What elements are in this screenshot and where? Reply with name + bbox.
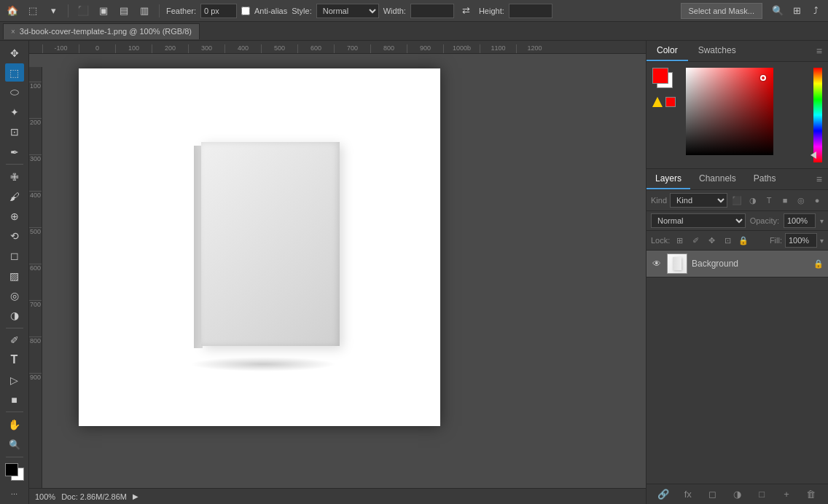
- share-btn[interactable]: ⤴: [808, 3, 824, 19]
- color-tab[interactable]: Color: [647, 41, 688, 61]
- smart-filter-btn[interactable]: ◎: [794, 194, 808, 207]
- history-tool-btn[interactable]: ⟲: [5, 227, 24, 245]
- canvas-area: -100 0 100 200 300 400 500 600 700 800 9…: [29, 41, 646, 504]
- feather-input[interactable]: [200, 4, 237, 18]
- add-selection-btn[interactable]: ▣: [95, 3, 112, 19]
- layer-lock-icon: 🔒: [813, 259, 824, 269]
- heal-tool-btn[interactable]: ✙: [5, 168, 24, 186]
- swatches-tab[interactable]: Swatches: [688, 41, 746, 61]
- canvas-content[interactable]: [42, 54, 646, 488]
- stamp-tool-btn[interactable]: ⊕: [5, 207, 24, 225]
- sub-selection-btn[interactable]: ▤: [116, 3, 132, 19]
- search-btn[interactable]: 🔍: [770, 3, 786, 19]
- style-select[interactable]: Normal Fixed Ratio Fixed Size: [316, 4, 379, 18]
- ruler-mark: 500: [261, 44, 297, 53]
- move-tool-btn[interactable]: ✥: [5, 44, 24, 62]
- height-input[interactable]: [509, 4, 552, 18]
- lock-all-btn[interactable]: 🔒: [737, 234, 750, 247]
- shape-filter-btn[interactable]: ■: [778, 194, 792, 207]
- layer-link-btn[interactable]: 🔗: [656, 487, 671, 502]
- gamut-warning-icon[interactable]: [652, 97, 663, 107]
- layers-bottom-bar: 🔗 fx ◻ ◑ □ + 🗑: [647, 484, 828, 504]
- blur-tool-btn[interactable]: ◎: [5, 286, 24, 304]
- dodge-tool-btn[interactable]: ◑: [5, 306, 24, 324]
- status-arrow[interactable]: ▶: [133, 492, 138, 500]
- color-gradient-box[interactable]: [686, 68, 773, 155]
- feather-label: Feather:: [166, 7, 196, 15]
- anti-alias-label: Anti-alias: [254, 7, 287, 15]
- fg-color-swatch[interactable]: [652, 68, 668, 84]
- tool-options-arrow[interactable]: ▾: [45, 3, 61, 19]
- anti-alias-checkbox[interactable]: [241, 7, 250, 15]
- new-layer-btn[interactable]: +: [779, 487, 794, 502]
- web-safe-swatch[interactable]: [665, 97, 676, 107]
- tab-close-btn[interactable]: ×: [11, 28, 15, 36]
- blend-mode-select[interactable]: Normal Multiply Screen: [651, 213, 746, 228]
- document-tab[interactable]: × 3d-book-cover-template-1.png @ 100% (R…: [3, 23, 200, 39]
- fill-arrow[interactable]: ▾: [820, 237, 824, 245]
- pixel-filter-btn[interactable]: ⬛: [730, 194, 743, 207]
- ruler-mark: 1100: [480, 44, 516, 53]
- book-container: [79, 68, 440, 426]
- layer-item-background[interactable]: 👁 Background 🔒: [647, 251, 828, 277]
- opacity-input[interactable]: [784, 213, 816, 228]
- eyedropper-tool-btn[interactable]: ✒: [5, 143, 24, 161]
- home-btn[interactable]: 🏠: [4, 3, 20, 19]
- lock-artboard-btn[interactable]: ⊡: [721, 234, 734, 247]
- layers-tab[interactable]: Layers: [647, 169, 690, 189]
- adjustment-filter-btn[interactable]: ◑: [746, 194, 759, 207]
- width-input[interactable]: [410, 4, 454, 18]
- zoom-tool-btn[interactable]: 🔍: [5, 435, 24, 453]
- hand-tool-btn[interactable]: ✋: [5, 415, 24, 433]
- new-selection-btn[interactable]: ⬛: [75, 3, 91, 19]
- swap-dimensions-btn[interactable]: ⇄: [458, 3, 474, 19]
- filter-toggle-btn[interactable]: ●: [811, 194, 824, 207]
- intersect-selection-btn[interactable]: ▥: [136, 3, 152, 19]
- main-area: ✥ ⬚ ⬭ ✦ ⊡ ✒ ✙ 🖌 ⊕ ⟲ ◻ ▨ ◎ ◑ ✐ T ▷ ■ ✋ 🔍 …: [0, 41, 828, 504]
- kind-select[interactable]: Kind: [670, 193, 727, 208]
- pen-tool-btn[interactable]: ✐: [5, 331, 24, 350]
- shape-tool-btn[interactable]: ■: [5, 390, 24, 409]
- layers-panel-menu[interactable]: ≡: [811, 170, 828, 188]
- layer-visibility-toggle[interactable]: 👁: [651, 258, 663, 269]
- fill-input[interactable]: [785, 233, 817, 248]
- layer-mask-btn[interactable]: ◻: [706, 487, 720, 502]
- right-panel: Color Swatches ≡: [646, 41, 828, 504]
- tool-options-btn[interactable]: ⬚: [25, 3, 41, 19]
- foreground-color-swatch[interactable]: [5, 463, 18, 476]
- layers-filter-row: Kind Kind ⬛ ◑ T ■ ◎ ●: [647, 190, 828, 211]
- layer-thumbnail: [667, 253, 687, 274]
- select-mask-button[interactable]: Select and Mask...: [681, 3, 763, 19]
- gradient-tool-btn[interactable]: ▨: [5, 267, 24, 285]
- color-picker-handle[interactable]: [760, 75, 766, 81]
- more-tools-btn[interactable]: …: [5, 483, 24, 501]
- tool-sep4: [6, 457, 23, 457]
- marquee-tool-btn[interactable]: ⬚: [5, 63, 24, 82]
- channels-tab[interactable]: Channels: [690, 169, 745, 189]
- lasso-tool-btn[interactable]: ⬭: [5, 83, 24, 101]
- layer-group-btn[interactable]: □: [754, 487, 769, 502]
- lock-paint-btn[interactable]: ✐: [689, 234, 702, 247]
- sep1: [68, 4, 69, 17]
- type-filter-btn[interactable]: T: [762, 194, 776, 207]
- paths-tab[interactable]: Paths: [745, 169, 785, 189]
- arrange-btn[interactable]: ⊞: [789, 3, 805, 19]
- magic-wand-tool-btn[interactable]: ✦: [5, 103, 24, 122]
- warning-row: [652, 97, 680, 107]
- lock-position-btn[interactable]: ✥: [705, 234, 718, 247]
- path-tool-btn[interactable]: ▷: [5, 371, 24, 389]
- crop-tool-btn[interactable]: ⊡: [5, 123, 24, 141]
- delete-layer-btn[interactable]: 🗑: [804, 487, 819, 502]
- ruler-marks-h: -100 0 100 200 300 400 500 600 700 800 9…: [42, 41, 552, 53]
- color-panel-menu[interactable]: ≡: [811, 42, 828, 60]
- layer-fx-btn[interactable]: fx: [681, 487, 695, 502]
- doc-info: Doc: 2.86M/2.86M: [61, 492, 127, 501]
- lock-pixels-btn[interactable]: ⊞: [673, 234, 686, 247]
- eraser-tool-btn[interactable]: ◻: [5, 247, 24, 265]
- layer-adjustment-btn[interactable]: ◑: [730, 487, 744, 502]
- hue-slider[interactable]: [813, 68, 822, 162]
- ruler-mark: 1000b: [443, 44, 480, 53]
- type-tool-btn[interactable]: T: [5, 351, 24, 369]
- opacity-arrow[interactable]: ▾: [820, 217, 824, 225]
- brush-tool-btn[interactable]: 🖌: [5, 187, 24, 205]
